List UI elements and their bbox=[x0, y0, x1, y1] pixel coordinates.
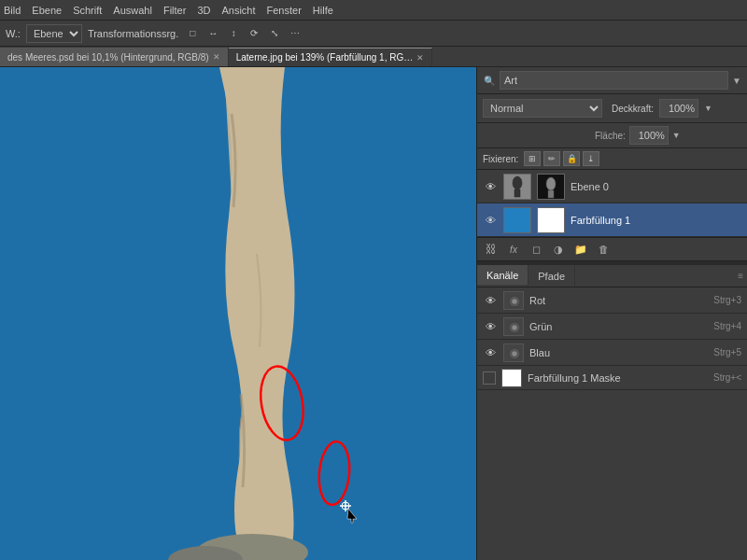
option-icon-3[interactable]: ↕ bbox=[225, 25, 242, 42]
tool-label: W.: bbox=[6, 28, 21, 39]
menu-ansicht[interactable]: Ansicht bbox=[221, 5, 255, 16]
channel-mask-row[interactable]: Farbfüllung 1 Maske Strg+< bbox=[477, 366, 747, 390]
option-icon-2[interactable]: ↔ bbox=[204, 25, 221, 42]
fix-icon-3[interactable]: 🔒 bbox=[563, 151, 580, 166]
layers-bottom: ⛓ fx ◻ ◑ 📁 🗑 bbox=[477, 237, 747, 261]
layer-thumb-ebene0 bbox=[503, 174, 531, 200]
tool-select[interactable]: Ebene bbox=[26, 24, 82, 43]
svg-rect-10 bbox=[514, 189, 520, 197]
fx-icon[interactable]: fx bbox=[505, 241, 522, 258]
option-icon-1[interactable]: □ bbox=[184, 25, 201, 42]
thumb-blau bbox=[503, 343, 524, 362]
thumb-gruen bbox=[503, 317, 524, 336]
tab-kanaele-label: Kanäle bbox=[486, 270, 518, 281]
add-mask-icon[interactable]: ◻ bbox=[528, 241, 544, 258]
menu-filter[interactable]: Filter bbox=[163, 5, 186, 16]
channel-gruen[interactable]: 👁 Grün Strg+4 bbox=[477, 314, 747, 340]
channel-rot-shortcut: Strg+3 bbox=[713, 295, 741, 305]
fix-icons: ⊞ ✏ 🔒 ⤓ bbox=[524, 151, 599, 166]
visibility-ebene0[interactable]: 👁 bbox=[483, 179, 498, 194]
tab-meeres-close[interactable]: ✕ bbox=[213, 52, 220, 62]
layer-name-ebene0: Ebene 0 bbox=[571, 181, 741, 192]
delete-icon[interactable]: 🗑 bbox=[595, 241, 612, 258]
opacity-label: Deckkraft: bbox=[612, 104, 654, 114]
channel-blau-shortcut: Strg+5 bbox=[713, 347, 741, 357]
thumb-rot bbox=[503, 291, 524, 310]
fix-row: Fixieren: ⊞ ✏ 🔒 ⤓ bbox=[477, 148, 747, 170]
svg-point-9 bbox=[513, 176, 522, 189]
options-bar: W.: Ebene Transformationssrg. □ ↔ ↕ ⟳ ⤡ … bbox=[0, 21, 747, 47]
opacity-input[interactable] bbox=[659, 99, 698, 118]
tab-meeres[interactable]: des Meeres.psd bei 10,1% (Hintergrund, R… bbox=[0, 48, 229, 66]
menu-bild[interactable]: Bild bbox=[4, 5, 21, 16]
vis-rot[interactable]: 👁 bbox=[483, 293, 498, 308]
layer-thumb-farbfullung bbox=[503, 207, 531, 233]
vis-gruen[interactable]: 👁 bbox=[483, 319, 498, 334]
main-layout: 🔍 ▼ Normal Deckkraft: ▼ Fläche: ▼ Fixier… bbox=[0, 67, 747, 560]
channels-tab-bar: Kanäle Pfade ≡ bbox=[477, 265, 747, 287]
svg-point-18 bbox=[512, 299, 517, 304]
tab-kanaele[interactable]: Kanäle bbox=[477, 265, 529, 287]
right-panel: 🔍 ▼ Normal Deckkraft: ▼ Fläche: ▼ Fixier… bbox=[476, 67, 747, 560]
layer-name-farbfullung: Farbfüllung 1 bbox=[571, 215, 741, 226]
svg-rect-15 bbox=[538, 208, 565, 233]
fill-input[interactable] bbox=[629, 126, 669, 145]
blend-row: Normal Deckkraft: ▼ bbox=[477, 94, 747, 123]
menu-3d[interactable]: 3D bbox=[197, 5, 210, 16]
channel-gruen-shortcut: Strg+4 bbox=[713, 321, 741, 331]
menu-ebene[interactable]: Ebene bbox=[32, 5, 62, 16]
visibility-farbfullung[interactable]: 👁 bbox=[483, 213, 498, 228]
opacity-dropdown-icon[interactable]: ▼ bbox=[704, 104, 712, 113]
menu-hilfe[interactable]: Hilfe bbox=[313, 5, 333, 16]
menu-fenster[interactable]: Fenster bbox=[267, 5, 302, 16]
transform-label: Transformationssrg. bbox=[88, 28, 178, 39]
fill-label: Fläche: bbox=[595, 131, 626, 141]
channel-rot[interactable]: 👁 Rot Strg+3 bbox=[477, 287, 747, 314]
svg-rect-13 bbox=[548, 190, 554, 198]
option-icon-5[interactable]: ⤡ bbox=[266, 25, 283, 42]
svg-rect-14 bbox=[504, 207, 530, 233]
layer-farbfullung[interactable]: 👁 Farbfüllung 1 bbox=[477, 203, 747, 237]
option-icon-6[interactable]: ⋯ bbox=[287, 25, 303, 42]
thumb-mask bbox=[501, 369, 522, 387]
fill-dropdown-icon[interactable]: ▼ bbox=[672, 131, 681, 140]
tab-laterne-label: Laterne.jpg bei 139% (Farbfüllung 1, RG… bbox=[236, 52, 414, 63]
panel-menu-icon[interactable]: ≡ bbox=[734, 265, 747, 287]
tab-laterne[interactable]: Laterne.jpg bei 139% (Farbfüllung 1, RG…… bbox=[229, 48, 433, 66]
vis-blau[interactable]: 👁 bbox=[483, 345, 498, 360]
canvas-svg bbox=[0, 67, 476, 560]
tab-meeres-label: des Meeres.psd bei 10,1% (Hintergrund, R… bbox=[7, 52, 209, 63]
folder-icon[interactable]: 📁 bbox=[572, 241, 589, 258]
menu-auswahl[interactable]: Auswahl bbox=[113, 5, 152, 16]
tab-bar: des Meeres.psd bei 10,1% (Hintergrund, R… bbox=[0, 47, 747, 67]
thumb-white-farbfullung bbox=[538, 208, 564, 232]
adjustment-icon[interactable]: ◑ bbox=[550, 241, 567, 258]
thumb-black-ebene0 bbox=[538, 175, 564, 199]
svg-rect-25 bbox=[502, 370, 522, 387]
layer-ebene0[interactable]: 👁 bbox=[477, 170, 747, 203]
svg-point-21 bbox=[512, 325, 517, 330]
mask-checkbox[interactable] bbox=[483, 371, 496, 385]
search-bar: 🔍 ▼ bbox=[477, 67, 747, 94]
canvas-area[interactable] bbox=[0, 67, 476, 560]
fix-icon-4[interactable]: ⤓ bbox=[583, 151, 599, 166]
options-icons: □ ↔ ↕ ⟳ ⤡ ⋯ bbox=[184, 25, 303, 42]
mask-shortcut: Strg+< bbox=[713, 372, 741, 383]
search-input[interactable] bbox=[500, 71, 728, 90]
channel-rot-name: Rot bbox=[529, 295, 545, 306]
mask-name: Farbfüllung 1 Maske bbox=[528, 372, 621, 384]
channel-blau[interactable]: 👁 Blau Strg+5 bbox=[477, 340, 747, 366]
tab-pfade[interactable]: Pfade bbox=[529, 265, 575, 287]
channel-gruen-name: Grün bbox=[529, 321, 552, 332]
option-icon-4[interactable]: ⟳ bbox=[246, 25, 262, 42]
search-dropdown-icon[interactable]: ▼ bbox=[732, 76, 741, 86]
channel-blau-name: Blau bbox=[529, 347, 550, 358]
blend-mode-select[interactable]: Normal bbox=[483, 99, 602, 118]
fix-icon-1[interactable]: ⊞ bbox=[524, 151, 541, 166]
search-icon: 🔍 bbox=[483, 74, 496, 87]
menu-schrift[interactable]: Schrift bbox=[73, 5, 102, 16]
link-icon[interactable]: ⛓ bbox=[483, 241, 500, 258]
tab-laterne-close[interactable]: ✕ bbox=[416, 53, 424, 63]
fix-icon-2[interactable]: ✏ bbox=[543, 151, 560, 166]
layers-bottom-icons: ⛓ fx ◻ ◑ 📁 🗑 bbox=[483, 241, 612, 258]
